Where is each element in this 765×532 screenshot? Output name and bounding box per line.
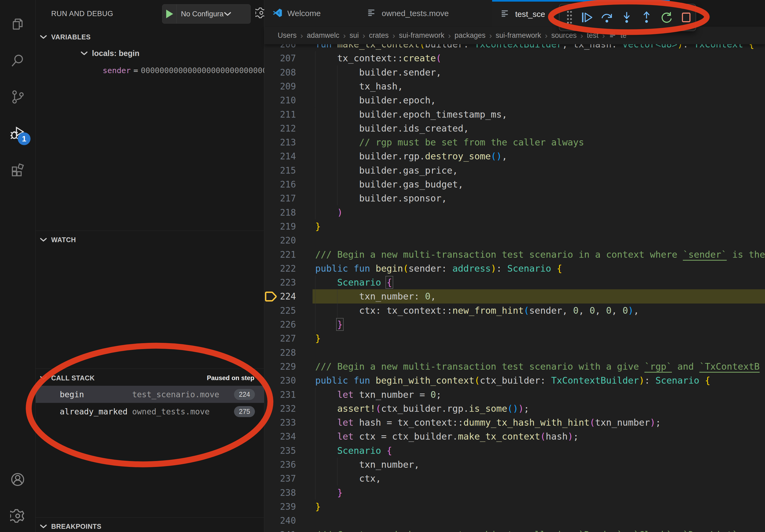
- explorer-icon[interactable]: [10, 17, 25, 32]
- search-icon[interactable]: [10, 53, 25, 68]
- line-number[interactable]: 222: [264, 261, 296, 276]
- step-over-icon[interactable]: [601, 11, 613, 24]
- code-line[interactable]: 237 ctx,: [264, 471, 765, 485]
- line-number[interactable]: 206: [264, 44, 296, 51]
- line-number[interactable]: 235: [264, 443, 296, 458]
- call-stack-frame[interactable]: begin test_scenario.move 224: [36, 386, 264, 403]
- extensions-icon[interactable]: [10, 162, 25, 177]
- line-number[interactable]: 216: [264, 177, 296, 191]
- line-number[interactable]: 227: [264, 331, 296, 346]
- breadcrumb-item[interactable]: sui-framework: [495, 31, 541, 40]
- call-stack-section-header[interactable]: CALL STACK Paused on step: [36, 371, 264, 385]
- variables-section-header[interactable]: VARIABLES: [36, 30, 264, 44]
- call-stack-frame[interactable]: already_marked owned_tests.move 275: [36, 403, 264, 420]
- tab-welcome[interactable]: Welcome: [264, 0, 359, 27]
- line-number[interactable]: 238: [264, 486, 296, 500]
- code-line[interactable]: 228: [264, 346, 765, 360]
- line-number[interactable]: 224: [264, 289, 296, 304]
- code-line[interactable]: 234 let ctx = ctx_builder.make_tx_contex…: [264, 429, 765, 443]
- breadcrumb-item[interactable]: sui: [350, 31, 359, 40]
- line-number[interactable]: 209: [264, 79, 296, 94]
- breadcrumb-item[interactable]: Users: [278, 31, 297, 40]
- code-line[interactable]: 227}: [264, 331, 765, 345]
- code-line[interactable]: 223 Scenario {: [264, 275, 765, 289]
- line-number[interactable]: 228: [264, 346, 296, 360]
- breadcrumb-item[interactable]: crates: [369, 31, 389, 40]
- code-editor[interactable]: 206fun make_tx_context(builder: TxContex…: [264, 44, 765, 532]
- run-and-debug-icon[interactable]: 1: [10, 126, 25, 141]
- code-line[interactable]: 224 txn_number: 0,: [264, 289, 765, 303]
- breadcrumb-item[interactable]: packages: [454, 31, 486, 40]
- line-number[interactable]: 210: [264, 93, 296, 108]
- code-line[interactable]: 240: [264, 513, 765, 527]
- breadcrumb-item[interactable]: adamwelc: [307, 31, 340, 40]
- line-number[interactable]: 208: [264, 65, 296, 80]
- variables-scope-row[interactable]: locals: begin: [81, 46, 139, 61]
- continue-icon[interactable]: [581, 11, 593, 24]
- code-line[interactable]: 238 }: [264, 486, 765, 500]
- code-line[interactable]: 216 builder.gas_budget,: [264, 177, 765, 191]
- code-line[interactable]: 232 assert!(ctx_builder.rgp.is_some());: [264, 401, 765, 415]
- line-number[interactable]: 217: [264, 191, 296, 205]
- code-line[interactable]: 239}: [264, 500, 765, 513]
- code-line[interactable]: 220: [264, 233, 765, 247]
- code-line[interactable]: 229/// Begin a new multi-transaction tes…: [264, 360, 765, 374]
- line-number[interactable]: 231: [264, 388, 296, 402]
- line-number[interactable]: 241: [264, 528, 296, 532]
- line-number[interactable]: 219: [264, 219, 296, 234]
- code-line[interactable]: 207 tx_context::create(: [264, 51, 765, 65]
- line-number[interactable]: 226: [264, 317, 296, 332]
- code-line[interactable]: 230public fun begin_with_context(ctx_bui…: [264, 374, 765, 387]
- line-number[interactable]: 232: [264, 401, 296, 416]
- line-number[interactable]: 213: [264, 135, 296, 149]
- gripper-icon[interactable]: [565, 10, 573, 25]
- code-line[interactable]: 215 builder.gas_price,: [264, 163, 765, 177]
- tab-owned-tests-move[interactable]: owned_tests.move: [359, 0, 492, 27]
- code-line[interactable]: 213 // rgp must be set from the caller a…: [264, 135, 765, 149]
- code-line[interactable]: 218 ): [264, 205, 765, 219]
- restart-icon[interactable]: [660, 11, 672, 24]
- breadcrumb-item[interactable]: test: [587, 31, 598, 40]
- line-number[interactable]: 215: [264, 163, 296, 177]
- code-line[interactable]: 214 builder.rgp.destroy_some(),: [264, 149, 765, 163]
- line-number[interactable]: 225: [264, 304, 296, 318]
- source-control-icon[interactable]: [10, 90, 25, 105]
- code-line[interactable]: 209 tx_hash,: [264, 79, 765, 93]
- stop-icon[interactable]: [680, 11, 692, 24]
- code-line[interactable]: 235 Scenario {: [264, 443, 765, 457]
- start-debug-play-icon[interactable]: [166, 10, 173, 18]
- settings-gear-icon[interactable]: [10, 508, 25, 523]
- breadcrumb-item[interactable]: sui-framework: [399, 31, 444, 40]
- code-line[interactable]: 222public fun begin(sender: address): Sc…: [264, 261, 765, 275]
- line-number[interactable]: 229: [264, 360, 296, 374]
- breadcrumb-file-item[interactable]: te: [609, 30, 627, 41]
- code-line[interactable]: 208 builder.sender,: [264, 65, 765, 79]
- line-number[interactable]: 221: [264, 247, 296, 262]
- line-number[interactable]: 218: [264, 205, 296, 220]
- code-line[interactable]: 219}: [264, 219, 765, 233]
- variable-row[interactable]: sender = 000000000000000000000000000…: [103, 63, 272, 78]
- code-line[interactable]: 233 let hash = tx_context::dummy_tx_hash…: [264, 415, 765, 429]
- code-line[interactable]: 241/// Creates and shares system objects…: [264, 528, 765, 532]
- line-number[interactable]: 240: [264, 513, 296, 528]
- code-line[interactable]: 212 builder.ids_created,: [264, 121, 765, 135]
- code-line[interactable]: 231 let txn_number = 0;: [264, 388, 765, 401]
- code-line[interactable]: 210 builder.epoch,: [264, 93, 765, 107]
- line-number[interactable]: 239: [264, 500, 296, 514]
- line-number[interactable]: 233: [264, 415, 296, 430]
- breakpoints-section-header[interactable]: BREAKPOINTS: [36, 519, 264, 532]
- code-line[interactable]: 236 txn_number,: [264, 457, 765, 471]
- code-line[interactable]: 226 }: [264, 317, 765, 331]
- code-line[interactable]: 225 ctx: tx_context::new_from_hint(sende…: [264, 304, 765, 317]
- line-number[interactable]: 236: [264, 457, 296, 472]
- line-number[interactable]: 220: [264, 233, 296, 247]
- line-number[interactable]: 223: [264, 275, 296, 290]
- line-number[interactable]: 230: [264, 374, 296, 388]
- watch-section-header[interactable]: WATCH: [36, 232, 264, 247]
- step-out-icon[interactable]: [640, 11, 653, 24]
- step-into-icon[interactable]: [620, 11, 633, 24]
- debug-config-dropdown[interactable]: No Configura: [162, 4, 251, 24]
- line-number[interactable]: 207: [264, 51, 296, 65]
- code-line[interactable]: 217 builder.sponsor,: [264, 191, 765, 205]
- code-line[interactable]: 221/// Begin a new multi-transaction tes…: [264, 247, 765, 261]
